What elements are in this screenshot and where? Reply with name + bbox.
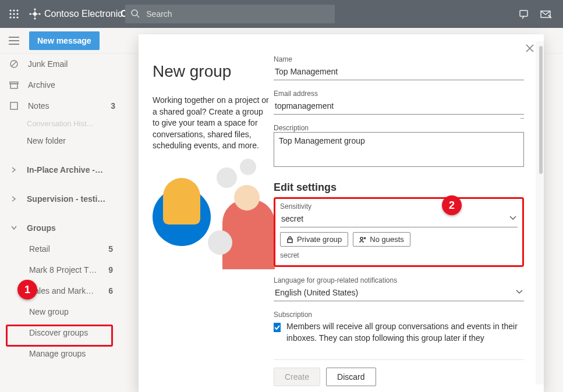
brand-name: Contoso Electronics <box>44 9 123 19</box>
annotation-callout-1: 1 <box>17 280 37 300</box>
sidebar-label: In-Place Archive -… <box>27 165 115 174</box>
language-label: Language for group-related notifications <box>274 276 524 284</box>
chevron-down-icon <box>509 215 516 222</box>
subscription-text: Members will receive all group conversat… <box>286 321 524 344</box>
sidebar-count: 5 <box>108 244 113 254</box>
sidebar-group-retail[interactable]: Retail 5 <box>0 238 121 259</box>
guest-badge: No guests <box>353 232 410 247</box>
discard-button[interactable]: Discard <box>326 368 376 386</box>
svg-rect-15 <box>520 10 527 16</box>
dialog-title: New group <box>153 62 269 81</box>
email-input[interactable]: topmanagement <box>275 101 334 111</box>
svg-rect-20 <box>10 102 17 109</box>
chevron-down-icon <box>11 225 17 231</box>
illustration <box>153 168 269 272</box>
menu-toggle[interactable] <box>6 33 22 49</box>
name-label: Name <box>274 55 524 63</box>
chevron-right-icon <box>11 167 17 173</box>
sidebar-count: 6 <box>108 286 113 295</box>
sidebar-item-new-folder[interactable]: New folder <box>0 130 121 151</box>
app-launcher[interactable] <box>5 0 23 28</box>
svg-point-22 <box>360 237 363 240</box>
mail-icon[interactable] <box>540 8 551 20</box>
pill-label: No guests <box>370 235 404 244</box>
blocked-icon <box>9 59 20 69</box>
check-icon <box>274 324 281 331</box>
description-input[interactable] <box>274 132 524 167</box>
new-group-dialog: New group Working together on a project … <box>139 34 544 392</box>
name-input[interactable] <box>274 63 524 80</box>
sidebar-label: Supervision - testi… <box>27 194 115 204</box>
sidebar-label: Sales and Mark… <box>29 286 100 295</box>
sidebar-item-archive[interactable]: Archive <box>0 74 121 95</box>
sensitivity-label: Sensitivity <box>280 202 518 211</box>
svg-point-12 <box>34 17 36 19</box>
svg-rect-19 <box>10 84 17 88</box>
sidebar-label: Retail <box>29 244 100 254</box>
sidebar-label: New group <box>29 307 115 316</box>
svg-point-10 <box>34 8 36 10</box>
sidebar-section-inplace[interactable]: In-Place Archive -… <box>0 159 121 180</box>
svg-point-4 <box>13 13 15 15</box>
description-label: Description <box>274 124 524 132</box>
sensitivity-select[interactable]: secret <box>280 211 518 227</box>
sidebar-count: 3 <box>111 101 115 111</box>
sidebar-label: Archive <box>28 80 115 90</box>
svg-point-13 <box>29 13 31 15</box>
sensitivity-section: Sensitivity secret Private group No gues… <box>274 197 524 267</box>
sidebar-label: Manage groups <box>29 349 115 358</box>
language-select[interactable]: English (United States) <box>274 284 524 301</box>
sidebar-item-conversation-history[interactable]: Conversation Hist… <box>0 116 121 130</box>
dialog-intro: Working together on a project or a share… <box>153 95 269 150</box>
svg-point-1 <box>13 9 15 11</box>
org-logo-icon <box>29 8 41 20</box>
svg-point-5 <box>16 13 18 15</box>
no-guests-icon <box>359 236 366 243</box>
search-icon <box>130 8 140 19</box>
new-message-button[interactable]: New message <box>29 31 100 50</box>
privacy-badge: Private group <box>280 232 348 247</box>
sidebar-group-mark8[interactable]: Mark 8 Project T… 9 <box>0 259 121 280</box>
sidebar-label: Conversation Hist… <box>27 119 115 128</box>
chat-icon[interactable] <box>519 8 530 20</box>
create-button[interactable]: Create <box>274 368 320 386</box>
svg-point-7 <box>13 16 15 18</box>
sensitivity-footer: secret <box>280 251 518 259</box>
svg-rect-21 <box>288 239 292 243</box>
sidebar-label: Notes <box>28 101 102 111</box>
svg-point-9 <box>33 12 37 16</box>
svg-point-3 <box>9 13 11 15</box>
sidebar-item-junk[interactable]: Junk Email <box>0 54 121 74</box>
close-icon <box>525 44 534 53</box>
subscription-checkbox[interactable] <box>274 323 281 332</box>
svg-point-2 <box>16 9 18 11</box>
sidebar-label: Mark 8 Project T… <box>29 265 100 275</box>
sidebar-section-groups[interactable]: Groups <box>0 218 121 238</box>
sidebar-label: New folder <box>27 136 115 145</box>
svg-point-0 <box>9 9 11 11</box>
archive-icon <box>9 80 20 90</box>
sidebar-count: 9 <box>108 265 113 275</box>
chevron-right-icon <box>11 196 17 202</box>
chevron-down-icon <box>516 288 523 295</box>
language-value: English (United States) <box>275 288 358 297</box>
sidebar-label: Junk Email <box>28 59 115 69</box>
sidebar-item-notes[interactable]: Notes 3 <box>0 95 121 116</box>
sidebar-label: Groups <box>27 223 115 233</box>
edit-settings-header: Edit settings <box>274 181 524 194</box>
sensitivity-value: secret <box>281 214 303 223</box>
sidebar-section-supervision[interactable]: Supervision - testi… <box>0 188 121 209</box>
svg-point-11 <box>38 13 40 15</box>
pill-label: Private group <box>297 235 342 244</box>
annotation-callout-2: 2 <box>442 195 462 215</box>
scrollbar[interactable] <box>536 41 544 384</box>
sidebar-group-new[interactable]: New group <box>0 301 121 322</box>
note-icon <box>9 101 20 111</box>
svg-point-8 <box>16 16 18 18</box>
svg-point-6 <box>9 16 11 18</box>
annotation-frame-1 <box>6 325 113 347</box>
subscription-label: Subscription <box>274 311 524 319</box>
email-label: Email address <box>274 90 524 98</box>
search-input[interactable] <box>125 5 335 23</box>
svg-point-14 <box>132 10 137 16</box>
